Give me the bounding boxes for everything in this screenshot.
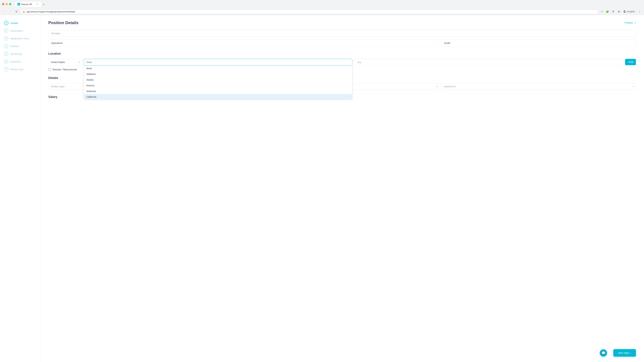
country-select[interactable]: United States xyxy=(48,59,82,65)
browser-chrome: B Breezy HR × + ← → ↻ 🔒 app.breezy.hr/ap… xyxy=(0,0,644,15)
incognito-badge: 🕵 Incognito xyxy=(622,10,636,13)
tab-bar: B Breezy HR × + xyxy=(12,1,48,7)
sidebar-item-pipeline[interactable]: 4 Pipeline xyxy=(0,42,40,50)
forward-button[interactable]: → xyxy=(8,9,13,14)
minimize-window-button[interactable] xyxy=(6,3,8,5)
step-circle-5: 5 xyxy=(4,52,8,56)
sidebar: 1 Details 2 Description 3 Application Fo… xyxy=(0,15,40,362)
state-input[interactable] xyxy=(84,59,352,65)
department-input[interactable] xyxy=(48,39,438,46)
app-container: 1 Details 2 Description 3 Application Fo… xyxy=(0,15,644,362)
sidebar-label-advertise: Advertise xyxy=(10,60,21,63)
next-step-label: Next Step xyxy=(618,352,629,354)
department-row xyxy=(48,39,636,46)
main-content: Position Details Preview ↗ xyxy=(40,15,644,362)
state-option-arizona[interactable]: Arizona xyxy=(84,83,352,88)
state-option-arkansas[interactable]: Arkansas xyxy=(84,88,352,94)
state-dropdown: None Alabama Alaska Arizona Arkansas Cal… xyxy=(84,65,352,99)
sidebar-item-screening[interactable]: 5 Screening xyxy=(0,50,40,58)
experience-select[interactable]: Experience Entry level Mid level Senior … xyxy=(442,83,636,90)
manager-input[interactable] xyxy=(48,30,636,37)
state-input-wrapper: None Alabama Alaska Arizona Arkansas Cal… xyxy=(84,59,352,65)
tab-close-button[interactable]: × xyxy=(36,3,38,5)
back-button[interactable]: ← xyxy=(2,9,7,14)
step-circle-6: 6 xyxy=(4,59,8,64)
step-circle-1: 1 xyxy=(4,21,8,25)
state-option-california[interactable]: California xyxy=(84,94,352,99)
add-location-button[interactable]: +Add xyxy=(625,59,636,65)
experience-wrapper: Experience Entry level Mid level Senior … xyxy=(442,83,636,90)
tab-title: Breezy HR xyxy=(22,3,32,5)
step-circle-7: 7 xyxy=(4,67,8,71)
state-option-alabama[interactable]: Alabama xyxy=(84,71,352,77)
new-tab-button[interactable]: + xyxy=(42,2,46,7)
manager-section xyxy=(48,30,636,46)
state-option-alaska[interactable]: Alaska xyxy=(84,77,352,83)
sidebar-item-advertise[interactable]: 6 Advertise xyxy=(0,58,40,65)
bookmark-button[interactable]: ☆ xyxy=(600,9,604,14)
window-controls xyxy=(2,3,11,5)
next-step-button[interactable]: Next Step › xyxy=(613,349,636,357)
sidebar-label-screening: Screening xyxy=(10,52,22,55)
sidebar-label-details: Details xyxy=(10,22,18,24)
url-bar[interactable]: 🔒 app.breezy.hr/app/c/moodjoy/positions/… xyxy=(20,9,598,14)
sidebar-item-details[interactable]: 1 Details xyxy=(0,19,40,27)
external-link-icon: ↗ xyxy=(634,21,636,24)
sidebar-item-hiring-team[interactable]: 7 Hiring Team xyxy=(0,65,40,73)
active-tab[interactable]: B Breezy HR × xyxy=(14,1,42,7)
state-dropdown-list: None Alabama Alaska Arizona Arkansas Cal… xyxy=(84,65,352,99)
lock-icon: 🔒 xyxy=(23,10,25,13)
country-select-wrapper: United States ▾ xyxy=(48,59,82,65)
page-header: Position Details Preview ↗ xyxy=(48,20,636,25)
close-window-button[interactable] xyxy=(2,3,4,5)
title-bar: B Breezy HR × + xyxy=(0,0,644,8)
sidebar-label-description: Description xyxy=(10,29,23,32)
location-heading: Location xyxy=(48,52,636,55)
sidebar-label-hiring-team: Hiring Team xyxy=(10,68,24,71)
chat-icon: 💬 xyxy=(602,351,606,355)
split-view-button[interactable]: ⧉ xyxy=(616,9,621,14)
sidebar-item-description[interactable]: 2 Description xyxy=(0,27,40,34)
preview-link[interactable]: Preview ↗ xyxy=(624,21,636,24)
url-text: app.breezy.hr/app/c/moodjoy/positions/ne… xyxy=(26,10,596,13)
step-circle-2: 2 xyxy=(4,28,8,33)
page-title: Position Details xyxy=(48,20,78,25)
city-input-wrapper xyxy=(354,59,623,66)
location-section: Location United States ▾ None xyxy=(48,52,636,71)
incognito-label: Incognito xyxy=(627,10,635,13)
address-bar: ← → ↻ 🔒 app.breezy.hr/app/c/moodjoy/posi… xyxy=(0,8,644,15)
sidebar-label-application-form: Application Form xyxy=(10,37,29,40)
extensions-button[interactable]: 🧩 xyxy=(605,9,610,14)
browser-actions: ☆ 🧩 ⬇ ⧉ 🕵 Incognito ⋮ xyxy=(600,9,642,14)
maximize-window-button[interactable] xyxy=(9,3,11,5)
id-field xyxy=(441,39,636,46)
tab-favicon: B xyxy=(18,3,20,5)
chat-bubble-button[interactable]: 💬 xyxy=(600,349,607,357)
menu-button[interactable]: ⋮ xyxy=(637,9,642,14)
city-input[interactable] xyxy=(354,59,623,66)
id-input[interactable] xyxy=(441,39,636,46)
next-step-arrow-icon: › xyxy=(630,352,631,354)
preview-label: Preview xyxy=(624,21,633,24)
sidebar-label-pipeline: Pipeline xyxy=(10,45,19,48)
incognito-icon: 🕵 xyxy=(624,10,626,13)
manager-field xyxy=(48,30,636,37)
step-circle-3: 3 xyxy=(4,36,8,40)
state-option-none[interactable]: None xyxy=(84,65,352,71)
department-field xyxy=(48,39,438,46)
remote-label: Remote / Telecommute xyxy=(53,68,77,71)
manager-row xyxy=(48,30,636,37)
sidebar-item-application-form[interactable]: 3 Application Form xyxy=(0,34,40,42)
download-button[interactable]: ⬇ xyxy=(611,9,616,14)
reload-button[interactable]: ↻ xyxy=(14,9,19,14)
location-row: United States ▾ None Alabama Alaska Ariz… xyxy=(48,59,636,66)
remote-checkbox[interactable] xyxy=(48,68,51,71)
step-circle-4: 4 xyxy=(4,44,8,48)
